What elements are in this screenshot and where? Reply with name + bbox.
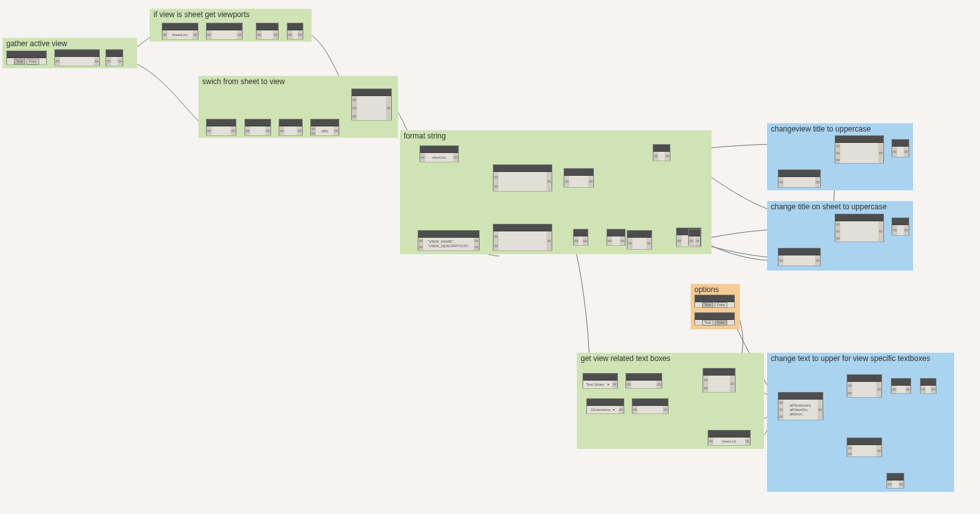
node-generic[interactable]	[920, 378, 936, 393]
radio-true[interactable]: True	[14, 59, 25, 64]
node-generic[interactable]	[279, 119, 303, 135]
radio-true[interactable]: True	[702, 302, 713, 308]
node-generic[interactable]	[632, 398, 668, 413]
node-generic[interactable]	[493, 224, 552, 250]
node-bool-truefalse[interactable]: True False	[6, 51, 47, 64]
group-label: swich from sheet to view	[202, 77, 285, 86]
node-dimensions[interactable]: Dimensions ▾	[586, 398, 624, 413]
group-label: change title on sheet to uppercase	[771, 202, 886, 211]
node-generic[interactable]	[106, 49, 123, 66]
radio-false[interactable]: False	[27, 59, 39, 64]
node-generic[interactable]	[627, 230, 652, 249]
node-sheetlist[interactable]: sheetList;	[162, 23, 198, 39]
node-generic[interactable]	[847, 374, 882, 397]
node-generic[interactable]	[891, 378, 911, 393]
node-text: "VIEW_NAME"; "VIEW_DESCRIPTION";	[426, 239, 471, 249]
node-generic[interactable]	[886, 473, 904, 488]
node-all-textboxes[interactable]: allTextboxes; allViewIDs; allDims;	[778, 392, 823, 420]
node-generic[interactable]	[206, 23, 243, 39]
node-text: viewList;	[430, 155, 447, 161]
node-generic[interactable]	[54, 49, 100, 66]
node-text: Dimensions ▾	[590, 407, 616, 413]
node-text: allTextboxes; allViewIDs; allDims;	[789, 403, 813, 417]
node-generic[interactable]	[653, 144, 670, 161]
node-generic[interactable]	[847, 438, 882, 456]
node-text-notes[interactable]: Text Notes ▾	[583, 373, 618, 388]
node-option-2[interactable]: True False	[694, 312, 735, 325]
node-generic[interactable]	[564, 168, 594, 187]
group-label: gather active view	[6, 39, 67, 48]
node-generic[interactable]	[626, 373, 662, 388]
node-generic[interactable]	[256, 23, 279, 39]
group-change-text-upper[interactable]: change text to upper for view specific t…	[767, 353, 954, 492]
node-generic[interactable]	[778, 248, 821, 266]
node-generic[interactable]	[835, 214, 884, 242]
node-generic[interactable]	[892, 217, 909, 235]
node-generic[interactable]	[573, 229, 588, 245]
node-generic[interactable]	[607, 229, 626, 245]
node-generic[interactable]	[351, 89, 392, 120]
node-viewname-params[interactable]: "VIEW_NAME"; "VIEW_DESCRIPTION";	[418, 230, 480, 250]
dynamo-canvas[interactable]: { "groups": { "gather_active_view": {"la…	[0, 0, 980, 514]
node-generic[interactable]	[245, 119, 271, 135]
group-label: change text to upper for view specific t…	[771, 354, 930, 363]
radio-false[interactable]: False	[715, 302, 727, 308]
node-text: Text Notes ▾	[585, 382, 610, 388]
group-label: if view is sheet get viewports	[154, 10, 250, 19]
node-generic[interactable]	[206, 119, 236, 135]
node-generic[interactable]	[493, 164, 552, 191]
node-generic[interactable]	[688, 229, 701, 245]
group-label: changeview title to uppercase	[771, 125, 871, 133]
node-ab-index[interactable]: a[b];	[310, 119, 339, 135]
node-generic[interactable]	[778, 169, 821, 187]
node-text: a[b];	[320, 128, 330, 134]
group-label: options	[694, 285, 719, 294]
node-generic[interactable]	[892, 139, 909, 157]
node-viewsid[interactable]: views.Id;	[708, 430, 751, 445]
node-option-1[interactable]: True False	[694, 295, 735, 307]
group-label: format string	[404, 132, 446, 140]
node-generic[interactable]	[287, 23, 303, 39]
radio-false[interactable]: False	[715, 320, 727, 326]
node-text: sheetList;	[171, 32, 190, 38]
node-generic[interactable]	[835, 135, 884, 163]
group-label: get view related text boxes	[581, 354, 670, 363]
node-text: views.Id;	[720, 439, 737, 444]
radio-true[interactable]: True	[702, 320, 713, 326]
node-generic[interactable]	[703, 368, 735, 392]
node-viewlist[interactable]: viewList;	[420, 145, 459, 162]
